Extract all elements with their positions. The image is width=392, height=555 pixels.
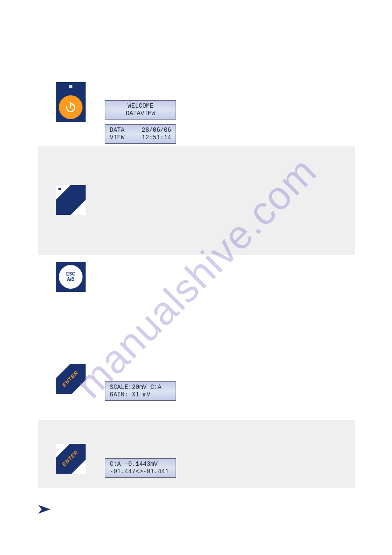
enter-button[interactable]: ENTER	[56, 444, 86, 474]
lcd-text: C:A -0.1443mV	[110, 461, 171, 468]
lcd-value: 12:51:14	[142, 134, 171, 141]
lcd-text: DATAVIEW	[110, 110, 171, 117]
shift-button[interactable]: SHIFT	[56, 185, 86, 215]
lcd-text: -01.447<>-01.441	[110, 468, 171, 475]
esc-circle-icon: ESC A/B	[59, 265, 83, 289]
lcd-welcome: WELCOME DATAVIEW	[105, 100, 176, 120]
esc-ab-button[interactable]: ESC A/B	[56, 262, 86, 292]
lcd-value: 28/06/06	[142, 127, 171, 134]
lcd-text: SCALE:20mV C:A	[110, 384, 171, 391]
indicator-dot	[69, 85, 72, 88]
enter-triangle-br	[72, 460, 86, 474]
lcd-label: VIEW	[110, 134, 125, 141]
power-button[interactable]	[56, 82, 86, 122]
lcd-datetime: DATA 28/06/06 VIEW 12:51:14	[105, 124, 176, 144]
lcd-label: DATA	[110, 127, 125, 134]
power-icon	[59, 95, 83, 119]
lcd-scale: SCALE:20mV C:A GAIN: X1 mV	[105, 381, 176, 401]
esc-label-2: A/B	[67, 277, 74, 282]
lcd-text: GAIN: X1 mV	[110, 391, 171, 399]
enter-button[interactable]: ENTER	[56, 364, 86, 394]
lcd-reading: C:A -0.1443mV -01.447<>-01.441	[105, 458, 176, 478]
lcd-text: WELCOME	[110, 102, 171, 110]
shift-dot-icon	[58, 188, 61, 190]
shift-triangle-br	[71, 200, 86, 215]
esc-label-1: ESC	[66, 272, 76, 277]
footer-arrow-icon	[37, 503, 52, 517]
enter-triangle-br	[72, 380, 86, 394]
